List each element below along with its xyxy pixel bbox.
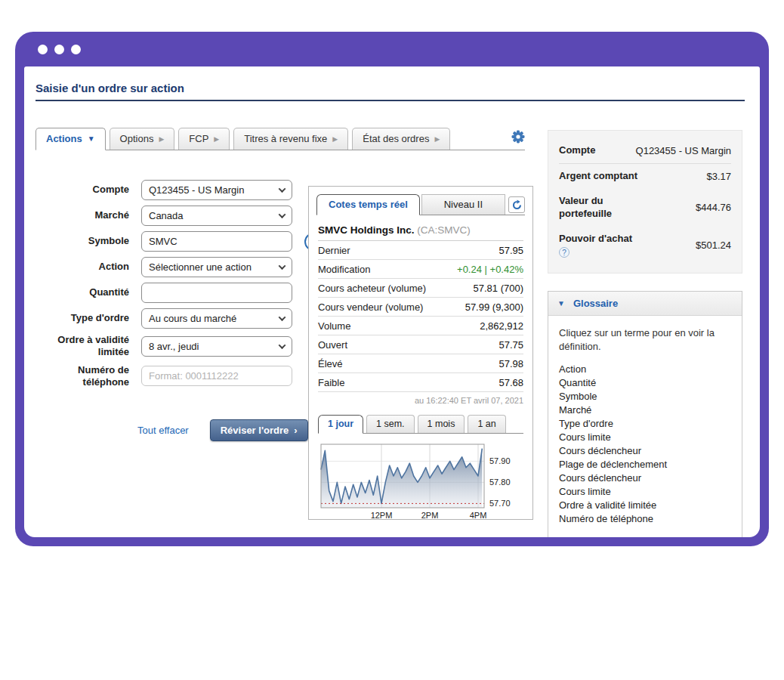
quote-row: Dernier 57.95 <box>318 241 523 260</box>
account-row-value: $444.76 <box>696 202 731 213</box>
validite-select[interactable]: 8 avr., jeudi <box>141 336 292 357</box>
glossary-header[interactable]: ▼ Glossaire <box>548 292 742 316</box>
tab-options[interactable]: Options ▶ <box>110 128 175 150</box>
range-tab-1sem[interactable]: 1 sem. <box>366 415 415 433</box>
account-row: Valeur du portefeuille $444.76 <box>559 189 731 227</box>
field-label-marche: Marché <box>35 209 129 221</box>
window-dot[interactable] <box>38 45 48 54</box>
quote-row-label: Élevé <box>318 358 343 369</box>
field-label-validite: Ordre à validité limitée <box>35 334 129 359</box>
glossary-term[interactable]: Quantité <box>559 376 731 390</box>
account-summary-panel: Compte Q123455 - US Margin Argent compta… <box>548 130 742 274</box>
glossary-term[interactable]: Ordre à validité limitée <box>559 499 731 512</box>
svg-text:57.90: 57.90 <box>489 456 511 465</box>
page: Saisie d'un ordre sur action Actions ▼ O… <box>0 0 784 680</box>
glossary-term-list: Action Quantité Symbole Marché Type d'or… <box>559 363 731 526</box>
account-row: Pouvoir d'achat ? $501.24 <box>559 227 731 264</box>
svg-text:12PM: 12PM <box>371 511 393 520</box>
field-label-type-ordre: Type d'ordre <box>35 312 129 324</box>
action-select[interactable]: Sélectionner une action <box>141 257 292 277</box>
company-line: SMVC Holdings Inc. (CA:SMVC) <box>318 224 523 241</box>
quote-row-label: Volume <box>318 320 350 332</box>
quote-row-value: 2,862,912 <box>480 320 523 332</box>
type-ordre-select[interactable]: Au cours du marché <box>141 308 292 329</box>
field-label-quantite: Quantité <box>35 286 129 298</box>
quote-row-label: Faible <box>318 377 344 388</box>
compte-select[interactable]: Q123455 - US Margin <box>141 180 292 200</box>
chevron-down-icon <box>279 314 286 321</box>
glossary-term[interactable]: Action <box>559 363 731 376</box>
validite-select-value: 8 avr., jeudi <box>149 341 199 352</box>
intraday-price-chart: 57.9057.8057.7012PM2PM4PM <box>319 443 519 521</box>
clear-all-link[interactable]: Tout effacer <box>137 425 189 436</box>
review-order-label: Réviser l'ordre <box>221 425 289 436</box>
glossary-title: Glossaire <box>573 298 618 309</box>
field-label-symbole: Symbole <box>35 235 129 247</box>
svg-text:57.70: 57.70 <box>489 499 511 508</box>
review-order-button[interactable]: Réviser l'ordre › <box>210 419 308 441</box>
right-column: Compte Q123455 - US Margin Argent compta… <box>548 130 742 537</box>
quote-row-value: 57.98 <box>498 358 523 369</box>
browser-window: Saisie d'un ordre sur action Actions ▼ O… <box>15 32 769 546</box>
field-label-action: Action <box>35 261 129 273</box>
marche-select-value: Canada <box>149 210 184 221</box>
account-row: Argent comptant $3.17 <box>559 164 731 189</box>
glossary-term[interactable]: Symbole <box>559 390 731 403</box>
svg-text:2PM: 2PM <box>421 511 439 520</box>
tab-titres-revenu-fixe[interactable]: Titres à revenu fixe ▶ <box>233 128 348 150</box>
account-row-label: Valeur du portefeuille <box>559 195 657 221</box>
refresh-icon[interactable] <box>508 196 525 213</box>
glossary-term[interactable]: Numéro de téléphone <box>559 512 731 526</box>
symbole-input[interactable] <box>141 231 292 252</box>
field-label-compte: Compte <box>35 184 129 196</box>
quantite-input[interactable] <box>141 283 292 303</box>
quote-row-value: 57.75 <box>498 339 523 351</box>
svg-text:57.80: 57.80 <box>489 478 511 487</box>
glossary-term[interactable]: Cours déclencheur <box>559 444 731 458</box>
tab-etat-des-ordres[interactable]: État des ordres ▶ <box>352 128 450 150</box>
tab-label: Titres à revenu fixe <box>244 133 327 144</box>
range-tab-1an[interactable]: 1 an <box>468 415 505 433</box>
chevron-down-icon <box>279 262 286 270</box>
telephone-input[interactable] <box>141 366 292 386</box>
window-dot[interactable] <box>71 45 81 54</box>
tab-niveau-2[interactable]: Niveau II <box>421 194 505 215</box>
order-form: Compte Q123455 - US Margin Marché Canada… <box>35 180 323 388</box>
quote-tabbar: Cotes temps réel Niveau II <box>316 194 525 215</box>
account-row-value: $3.17 <box>706 171 731 182</box>
quote-row-value: 57.68 <box>498 377 523 388</box>
ticker-symbol: (CA:SMVC) <box>417 224 471 236</box>
quote-row-label: Dernier <box>318 245 350 256</box>
quote-timestamp: au 16:22:40 ET avril 07, 2021 <box>318 396 523 405</box>
quote-row-label: Ouvert <box>318 339 347 351</box>
marche-select[interactable]: Canada <box>141 206 292 226</box>
chevron-right-icon: › <box>294 425 297 436</box>
quote-row: Faible 57.68 <box>318 373 523 392</box>
tab-label: État des ordres <box>363 133 429 144</box>
glossary-body: Cliquez sur un terme pour en voir la déf… <box>548 316 742 537</box>
glossary-term[interactable]: Cours déclencheur <box>559 471 731 485</box>
glossary-term[interactable]: Marché <box>559 403 731 417</box>
glossary-term[interactable]: Cours limite <box>559 431 731 444</box>
chart-container: 57.9057.8057.7012PM2PM4PM <box>319 443 526 524</box>
range-tab-1jour[interactable]: 1 jour <box>318 415 363 434</box>
quote-row-label: Modification <box>318 264 370 275</box>
quote-row-value: 57.99 (9,300) <box>465 301 523 313</box>
main-tabbar: Actions ▼ Options ▶ FCP ▶ Titres à reven… <box>35 127 525 150</box>
glossary-term[interactable]: Cours limite <box>559 485 731 499</box>
triangle-right-icon: ▶ <box>159 135 164 143</box>
help-icon[interactable]: ? <box>559 247 569 258</box>
glossary-intro: Cliquez sur un terme pour en voir la déf… <box>559 326 729 353</box>
gear-icon[interactable] <box>511 130 525 144</box>
quote-row-value: +0.24 | +0.42% <box>457 264 523 275</box>
quote-row: Cours acheteur (volume) 57.81 (700) <box>318 279 523 298</box>
tab-actions[interactable]: Actions ▼ <box>35 128 106 150</box>
tab-fcp[interactable]: FCP ▶ <box>178 128 230 150</box>
tab-cotes-temps-reel[interactable]: Cotes temps réel <box>316 194 420 215</box>
window-dot[interactable] <box>54 45 64 54</box>
glossary-term[interactable]: Plage de déclenchement <box>559 458 731 471</box>
range-tab-1mois[interactable]: 1 mois <box>418 415 465 433</box>
glossary-term[interactable]: Type d'ordre <box>559 417 731 431</box>
action-select-value: Sélectionner une action <box>149 261 252 273</box>
quote-row: Ouvert 57.75 <box>318 335 523 354</box>
